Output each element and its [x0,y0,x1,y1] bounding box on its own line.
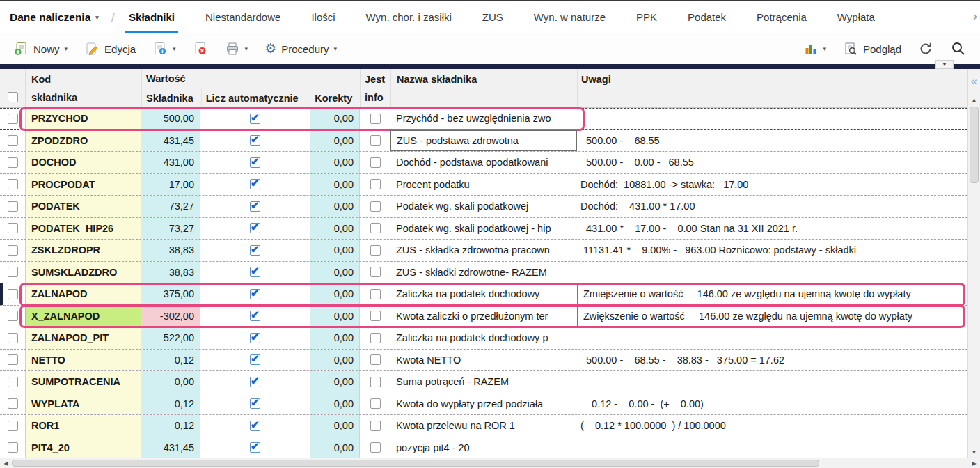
cell-kod[interactable]: ROR1 [25,415,141,437]
table-row[interactable]: NETTO0,120,00Kwota NETTO 500.00 - 68.55 … [0,350,967,372]
cell-korekty[interactable]: 0,00 [310,393,360,415]
horizontal-scroll-track[interactable] [12,458,968,468]
row-checkbox[interactable] [8,201,18,212]
cell-nazwa[interactable]: Kwota przelewu na ROR 1 [390,415,577,437]
cell-wartosc[interactable]: 38,83 [141,240,200,261]
cell-kod[interactable]: WYPLATA [25,393,141,415]
cell-korekty[interactable]: 0,00 [310,108,360,130]
cell-uwagi[interactable]: 0.12 - 0.00 - (+ 0.00) [577,393,967,415]
cell-kod[interactable]: DOCHOD [25,152,141,173]
row-checkbox[interactable] [8,311,18,321]
row-checkbox[interactable] [8,114,18,124]
cell-wartosc[interactable]: 375,00 [141,283,200,305]
row-checkbox[interactable] [8,354,18,365]
cell-uwagi[interactable]: Zwiększenie o wartość 146.00 ze względu … [577,306,967,327]
cell-uwagi[interactable] [577,262,967,283]
row-checkbox[interactable] [8,421,18,431]
licz-checkbox[interactable] [250,377,260,387]
cell-nazwa[interactable]: Suma potrąceń - RAZEM [390,371,577,393]
table-row[interactable]: PODATEK_HIP2673,270,00Podatek wg. skali … [0,218,967,240]
cell-korekty[interactable]: 0,00 [310,306,360,327]
licz-checkbox[interactable] [250,114,260,124]
table-row[interactable]: PIT4_20431,450,00pozycja pit4 - 20 [0,437,967,458]
cell-nazwa[interactable]: Kwota zaliczki o przedłużonym ter [390,306,577,327]
cell-nazwa[interactable]: Dochód - podstawa opodatkowani [390,152,577,173]
cell-uwagi[interactable]: 500.00 - 68.55 [577,130,967,152]
jest-info-checkbox[interactable] [370,157,381,168]
cell-kod[interactable]: SUMSKLADZDRO [25,262,141,283]
refresh-button[interactable] [913,38,938,59]
cell-uwagi[interactable]: Dochód: 10881.00 -> stawka: 17.00 [577,174,967,196]
header-jest-info[interactable]: Jest info [360,69,390,107]
header-wartosc[interactable]: Wartość [142,69,360,88]
cell-nazwa[interactable]: Zaliczka na podatek dochodowy p [390,327,577,349]
cell-nazwa[interactable]: pozycja pit4 - 20 [390,437,577,458]
cell-wartosc[interactable]: 500,00 [141,108,200,130]
tab-wyn-w-naturze[interactable]: Wyn. w naturze [534,1,606,33]
cell-nazwa[interactable]: ZUS - podstawa zdrowotna [390,130,577,152]
cell-kod[interactable]: SUMPOTRACENIA [25,371,141,393]
licz-checkbox[interactable] [250,289,260,299]
cell-korekty[interactable]: 0,00 [310,371,360,393]
row-checkbox[interactable] [8,245,18,256]
cell-korekty[interactable]: 0,00 [310,130,360,152]
licz-checkbox[interactable] [250,201,260,212]
cell-wartosc[interactable]: 431,45 [141,437,200,458]
table-row[interactable]: PODATEK73,270,00Podatek wg. skali podatk… [0,196,967,218]
procedures-button[interactable]: ⚙ Procedury ▾ [260,39,342,58]
cell-kod[interactable]: PODATEK [25,196,141,217]
cell-uwagi[interactable] [577,371,967,393]
table-row[interactable]: DOCHOD431,000,00Dochód - podstawa opodat… [0,152,967,174]
row-checkbox[interactable] [8,377,18,387]
cell-wartosc[interactable]: 38,83 [141,262,200,283]
cell-uwagi[interactable]: Zmiejszenie o wartość 146.00 ze względu … [577,283,967,305]
vertical-scroll-thumb[interactable] [970,107,979,183]
row-checkbox[interactable] [8,135,18,146]
vertical-scroll-track[interactable] [968,105,980,446]
scroll-up-icon[interactable]: ▲ [968,94,980,105]
cell-korekty[interactable]: 0,00 [310,327,360,349]
cell-uwagi[interactable] [577,327,967,349]
search-dropdown-button[interactable]: ▼ [935,60,954,69]
cell-wartosc[interactable]: 73,27 [141,196,200,217]
jest-info-checkbox[interactable] [370,333,381,343]
cell-uwagi[interactable]: ( 0.12 * 100.0000 ) / 100.0000 [577,415,967,437]
table-row[interactable]: SUMPOTRACENIA0,000,00Suma potrąceń - RAZ… [0,371,967,393]
horizontal-scroll-thumb[interactable] [12,460,819,467]
jest-info-checkbox[interactable] [370,245,381,256]
print-button[interactable]: ▾ [220,38,253,59]
tab-wyplata[interactable]: Wypłata [837,1,875,33]
cell-kod[interactable]: PIT4_20 [25,437,141,458]
licz-checkbox[interactable] [250,179,260,189]
row-checkbox[interactable] [8,398,18,409]
licz-checkbox[interactable] [250,311,260,321]
cell-wartosc[interactable]: 0,12 [141,350,200,371]
cell-korekty[interactable]: 0,00 [310,240,360,261]
tab-skladniki[interactable]: Składniki [129,1,175,33]
cell-nazwa[interactable]: Kwota do wypłaty przed podziała [390,393,577,415]
jest-info-checkbox[interactable] [370,267,381,277]
jest-info-checkbox[interactable] [370,135,381,146]
cell-kod[interactable]: PROCPODAT [25,174,141,196]
row-checkbox[interactable] [8,333,18,343]
cell-korekty[interactable]: 0,00 [310,262,360,283]
cell-korekty[interactable]: 0,00 [310,218,360,240]
tab-potracenia[interactable]: Potrącenia [757,1,807,33]
header-kod[interactable]: Kod składnika [25,69,141,107]
licz-checkbox[interactable] [250,354,260,365]
tab-niestandardowe[interactable]: Niestandardowe [205,1,280,33]
cell-korekty[interactable]: 0,00 [310,350,360,371]
row-checkbox[interactable] [8,179,18,189]
row-checkbox[interactable] [8,289,18,299]
cell-korekty[interactable]: 0,00 [310,437,360,458]
licz-checkbox[interactable] [250,267,260,277]
header-korekty[interactable]: Korekty [310,88,360,108]
header-uwagi[interactable]: Uwagi [577,69,967,107]
licz-checkbox[interactable] [250,135,260,146]
jest-info-checkbox[interactable] [370,289,381,299]
jest-info-checkbox[interactable] [370,223,381,233]
licz-checkbox[interactable] [250,421,260,431]
cell-kod[interactable]: PODATEK_HIP26 [25,218,141,240]
edit-button[interactable]: Edycja [79,38,141,59]
jest-info-checkbox[interactable] [370,421,381,431]
